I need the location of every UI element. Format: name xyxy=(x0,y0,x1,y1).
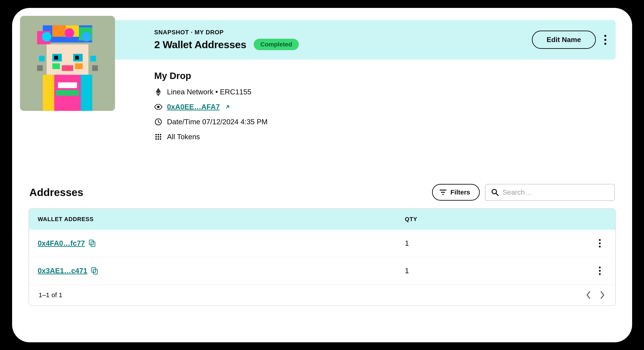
external-link-icon xyxy=(225,104,230,110)
col-header-wallet: WALLET ADDRESS xyxy=(38,216,405,223)
table-row: 0x3AE1…c471 1 xyxy=(29,257,615,285)
col-header-qty: QTY xyxy=(405,216,585,223)
svg-point-47 xyxy=(599,239,601,241)
svg-point-1 xyxy=(604,39,606,41)
svg-rect-25 xyxy=(39,56,45,61)
svg-rect-17 xyxy=(62,65,73,71)
addresses-table: WALLET ADDRESS QTY 0x4FA0…fc77 1 0x3AE1…… xyxy=(28,208,616,306)
edit-name-button[interactable]: Edit Name xyxy=(532,31,596,49)
ethereum-icon xyxy=(154,88,162,96)
addresses-actions: Filters xyxy=(432,184,614,201)
svg-rect-15 xyxy=(54,56,58,59)
next-page-button[interactable] xyxy=(600,291,606,299)
svg-rect-40 xyxy=(440,190,446,190)
contract-row: 0xA0EE…AFA7 xyxy=(154,103,616,111)
svg-point-0 xyxy=(604,35,606,37)
svg-rect-39 xyxy=(160,138,161,140)
pixel-avatar-icon xyxy=(20,16,115,111)
more-vert-icon xyxy=(604,35,607,45)
wallet-address-link[interactable]: 0x4FA0…fc77 xyxy=(38,239,85,247)
row-more-button[interactable] xyxy=(598,266,601,275)
copy-address-button[interactable] xyxy=(89,240,96,247)
filter-icon xyxy=(439,189,447,195)
title-row: 2 Wallet Addresses Completed xyxy=(154,39,299,51)
qty-cell: 1 xyxy=(405,267,585,275)
table-header: WALLET ADDRESS QTY xyxy=(29,209,615,230)
svg-rect-27 xyxy=(37,65,43,71)
svg-point-2 xyxy=(604,43,606,45)
drop-name: My Drop xyxy=(154,71,616,81)
tokens-text: All Tokens xyxy=(167,133,200,141)
tokens-row: All Tokens xyxy=(154,133,616,141)
more-vert-icon xyxy=(598,239,601,248)
svg-rect-19 xyxy=(75,63,83,69)
row-more-button[interactable] xyxy=(598,239,601,248)
svg-point-54 xyxy=(599,273,601,275)
snapshot-details: My Drop Linea Network • ERC1155 0xA0EE…A… xyxy=(154,71,616,141)
grid-icon xyxy=(154,134,162,140)
page-title: 2 Wallet Addresses xyxy=(154,39,246,51)
status-badge: Completed xyxy=(254,39,299,50)
collection-avatar xyxy=(20,16,115,111)
svg-rect-24 xyxy=(56,90,79,96)
svg-point-49 xyxy=(599,246,601,247)
svg-point-10 xyxy=(65,28,74,38)
filters-button[interactable]: Filters xyxy=(432,184,480,201)
svg-rect-16 xyxy=(75,56,79,59)
copy-icon xyxy=(89,240,96,247)
svg-rect-22 xyxy=(81,75,92,111)
svg-point-53 xyxy=(599,270,601,272)
snapshot-banner: SNAPSHOT · MY DROP 2 Wallet Addresses Co… xyxy=(28,20,616,60)
svg-rect-6 xyxy=(52,25,65,37)
svg-rect-28 xyxy=(92,65,98,71)
copy-icon xyxy=(91,267,98,274)
wallet-address-link[interactable]: 0x3AE1…c471 xyxy=(38,267,88,275)
contract-link[interactable]: 0xA0EE…AFA7 xyxy=(167,103,220,111)
chevron-right-icon xyxy=(600,291,606,299)
qty-cell: 1 xyxy=(405,239,585,247)
chevron-left-icon xyxy=(585,291,591,299)
svg-rect-42 xyxy=(442,194,444,195)
svg-point-9 xyxy=(42,32,51,41)
svg-rect-37 xyxy=(156,138,157,140)
network-text: Linea Network • ERC1155 xyxy=(167,88,252,96)
more-vert-icon xyxy=(598,266,601,275)
search-wrap xyxy=(485,184,615,201)
svg-rect-23 xyxy=(58,82,77,88)
search-icon xyxy=(491,189,499,196)
svg-rect-18 xyxy=(52,63,60,69)
svg-point-52 xyxy=(599,267,601,268)
svg-point-11 xyxy=(82,32,91,41)
svg-point-29 xyxy=(157,106,160,108)
breadcrumb: SNAPSHOT · MY DROP xyxy=(154,29,299,36)
clock-icon xyxy=(154,118,162,126)
prev-page-button[interactable] xyxy=(585,291,591,299)
svg-rect-21 xyxy=(43,75,54,111)
svg-rect-36 xyxy=(160,136,161,138)
datetime-text: Date/Time 07/12/2024 4:35 PM xyxy=(167,118,268,126)
svg-rect-31 xyxy=(156,134,157,135)
search-input[interactable] xyxy=(502,188,608,196)
svg-rect-33 xyxy=(160,134,161,135)
pagination-text: 1–1 of 1 xyxy=(39,291,62,299)
banner-more-button[interactable] xyxy=(604,35,607,45)
addresses-heading: Addresses xyxy=(30,186,83,198)
addresses-header: Addresses Filters xyxy=(28,184,616,201)
network-row: Linea Network • ERC1155 xyxy=(154,88,616,96)
svg-line-44 xyxy=(496,193,498,196)
svg-rect-26 xyxy=(90,56,96,61)
svg-rect-41 xyxy=(441,192,445,193)
svg-rect-38 xyxy=(158,138,159,140)
datetime-row: Date/Time 07/12/2024 4:35 PM xyxy=(154,118,616,126)
filters-label: Filters xyxy=(450,189,470,196)
copy-address-button[interactable] xyxy=(91,267,98,274)
svg-rect-35 xyxy=(158,136,159,138)
banner-left: SNAPSHOT · MY DROP 2 Wallet Addresses Co… xyxy=(154,29,299,51)
pagination-controls xyxy=(585,291,606,299)
table-row: 0x4FA0…fc77 1 xyxy=(29,230,615,257)
svg-rect-32 xyxy=(158,134,159,135)
svg-rect-34 xyxy=(156,136,157,138)
eye-icon xyxy=(154,104,162,110)
banner-actions: Edit Name xyxy=(532,31,606,49)
table-footer: 1–1 of 1 xyxy=(29,285,615,305)
